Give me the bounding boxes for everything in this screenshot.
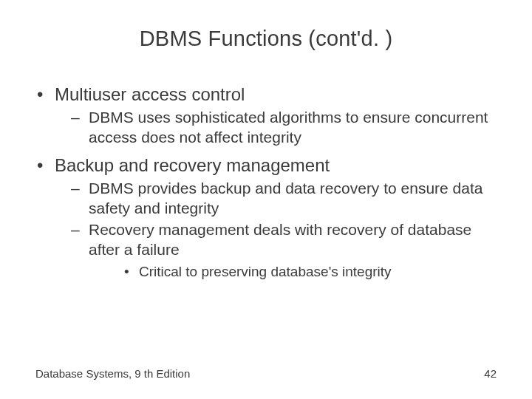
footer-source: Database Systems, 9 th Edition [35, 367, 190, 380]
list-item-text: DBMS provides backup and data recovery t… [89, 180, 482, 216]
list-item-text: Critical to preserving database's integr… [139, 264, 392, 279]
list-item: Recovery management deals with recovery … [55, 220, 497, 281]
footer: Database Systems, 9 th Edition 42 [35, 367, 497, 380]
sub-sub-list: Critical to preserving database's integr… [89, 263, 497, 282]
list-item-text: Recovery management deals with recovery … [89, 221, 471, 258]
slide-title: DBMS Functions (cont'd. ) [35, 27, 497, 51]
sub-list: DBMS provides backup and data recovery t… [55, 179, 497, 281]
list-item: DBMS uses sophisticated algorithms to en… [55, 108, 497, 148]
slide: DBMS Functions (cont'd. ) Multiuser acce… [0, 0, 532, 399]
list-item: Backup and recovery management DBMS prov… [35, 154, 497, 281]
sub-list: DBMS uses sophisticated algorithms to en… [55, 108, 497, 148]
bullet-list: Multiuser access control DBMS uses sophi… [35, 83, 497, 281]
list-item: Multiuser access control DBMS uses sophi… [35, 83, 497, 147]
list-item: Critical to preserving database's integr… [89, 263, 497, 282]
list-item: DBMS provides backup and data recovery t… [55, 179, 497, 219]
list-item-text: Backup and recovery management [55, 155, 330, 175]
list-item-text: DBMS uses sophisticated algorithms to en… [89, 109, 488, 146]
list-item-text: Multiuser access control [55, 84, 245, 104]
page-number: 42 [484, 367, 497, 380]
